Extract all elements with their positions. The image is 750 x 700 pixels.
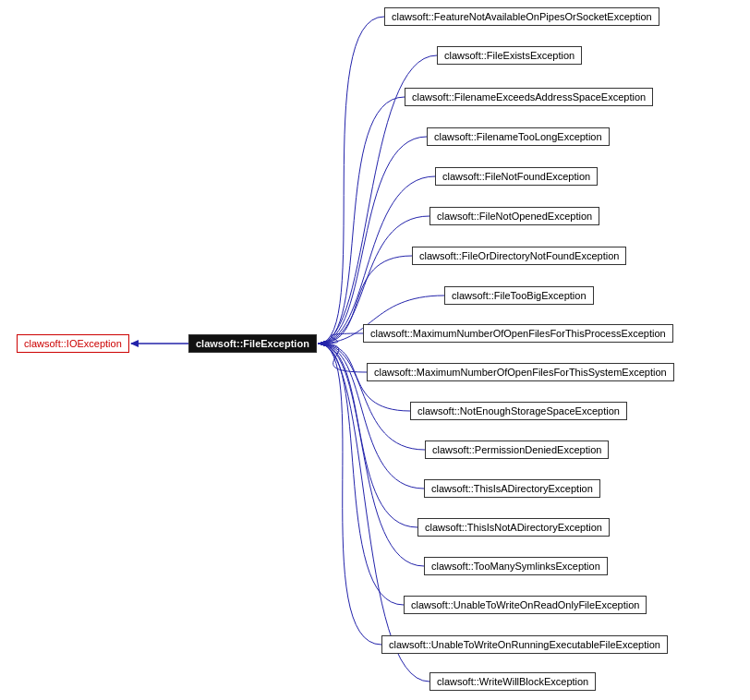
svg-marker-8 bbox=[318, 341, 326, 346]
svg-marker-10 bbox=[318, 341, 326, 346]
node-n5[interactable]: clawsoft::FileNotFoundException bbox=[435, 167, 598, 186]
node-n8[interactable]: clawsoft::FileTooBigException bbox=[444, 286, 594, 305]
node-n15[interactable]: clawsoft::TooManySymlinksException bbox=[424, 557, 608, 575]
svg-marker-11 bbox=[318, 341, 326, 346]
svg-marker-7 bbox=[318, 341, 326, 346]
svg-marker-13 bbox=[318, 341, 326, 346]
node-n1[interactable]: clawsoft::FeatureNotAvailableOnPipesOrSo… bbox=[384, 7, 659, 26]
svg-marker-14 bbox=[318, 341, 326, 346]
node-n9[interactable]: clawsoft::MaximumNumberOfOpenFilesForThi… bbox=[363, 324, 673, 343]
node-file-exception[interactable]: clawsoft::FileException bbox=[188, 334, 317, 353]
node-io-exception[interactable]: clawsoft::IOException bbox=[17, 334, 129, 353]
diagram-canvas: clawsoft::FileException clawsoft::IOExce… bbox=[0, 0, 750, 700]
svg-marker-15 bbox=[318, 341, 326, 346]
svg-marker-3 bbox=[318, 341, 326, 346]
node-io-label: clawsoft::IOException bbox=[24, 338, 122, 349]
svg-marker-2 bbox=[318, 341, 326, 346]
node-n11[interactable]: clawsoft::NotEnoughStorageSpaceException bbox=[410, 402, 627, 420]
node-n2[interactable]: clawsoft::FileExistsException bbox=[437, 46, 582, 65]
svg-marker-6 bbox=[318, 341, 326, 346]
svg-marker-9 bbox=[318, 341, 326, 346]
svg-marker-4 bbox=[318, 341, 326, 346]
node-n14[interactable]: clawsoft::ThisIsNotADirectoryException bbox=[417, 518, 610, 537]
svg-marker-17 bbox=[318, 341, 326, 346]
node-n12[interactable]: clawsoft::PermissionDeniedException bbox=[425, 441, 609, 459]
svg-marker-12 bbox=[318, 341, 326, 346]
node-n13[interactable]: clawsoft::ThisIsADirectoryException bbox=[424, 479, 600, 498]
node-n6[interactable]: clawsoft::FileNotOpenedException bbox=[429, 207, 599, 225]
svg-marker-5 bbox=[318, 341, 326, 346]
node-n7[interactable]: clawsoft::FileOrDirectoryNotFoundExcepti… bbox=[412, 247, 626, 265]
node-n18[interactable]: clawsoft::WriteWillBlockException bbox=[429, 672, 596, 691]
node-n4[interactable]: clawsoft::FilenameTooLongException bbox=[427, 127, 610, 146]
node-n10[interactable]: clawsoft::MaximumNumberOfOpenFilesForThi… bbox=[367, 363, 674, 381]
node-n17[interactable]: clawsoft::UnableToWriteOnRunningExecutab… bbox=[381, 635, 668, 654]
svg-marker-18 bbox=[318, 341, 326, 346]
svg-marker-1 bbox=[130, 340, 139, 347]
svg-marker-19 bbox=[318, 341, 326, 346]
node-main-label: clawsoft::FileException bbox=[196, 338, 309, 349]
node-n16[interactable]: clawsoft::UnableToWriteOnReadOnlyFileExc… bbox=[404, 596, 647, 614]
node-n3[interactable]: clawsoft::FilenameExceedsAddressSpaceExc… bbox=[405, 88, 653, 106]
svg-marker-16 bbox=[318, 341, 326, 346]
